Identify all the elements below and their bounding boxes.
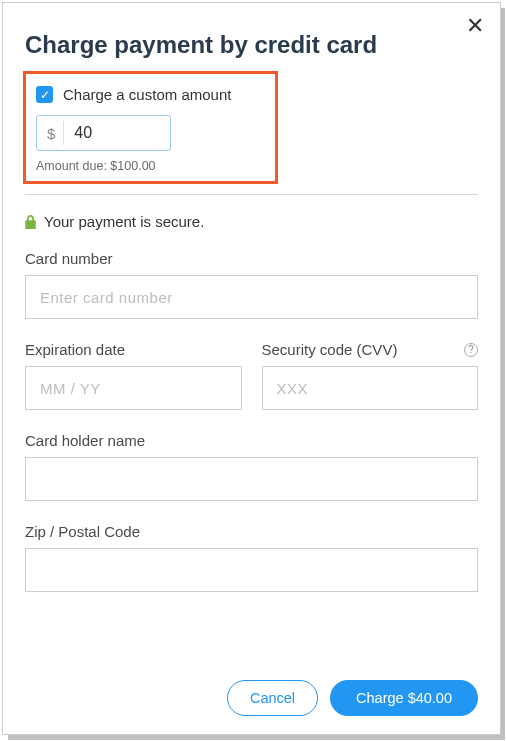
cvv-input[interactable] <box>262 366 479 410</box>
amount-input[interactable] <box>64 124 144 142</box>
secure-text: Your payment is secure. <box>44 213 204 230</box>
zip-input[interactable] <box>25 548 478 592</box>
payment-modal: ✕ Charge payment by credit card ✓ Charge… <box>2 2 501 735</box>
lock-icon <box>25 215 36 229</box>
card-holder-label: Card holder name <box>25 432 478 449</box>
charge-button[interactable]: Charge $40.00 <box>330 680 478 716</box>
card-holder-input[interactable] <box>25 457 478 501</box>
currency-symbol: $ <box>39 121 64 145</box>
cvv-label: Security code (CVV) <box>262 341 398 358</box>
amount-input-container: $ <box>36 115 171 151</box>
expiration-input[interactable] <box>25 366 242 410</box>
divider <box>25 194 478 195</box>
modal-title: Charge payment by credit card <box>3 3 500 71</box>
check-icon: ✓ <box>40 88 50 102</box>
help-icon[interactable]: ? <box>464 343 478 357</box>
custom-amount-section: ✓ Charge a custom amount $ Amount due: $… <box>23 71 278 184</box>
custom-amount-checkbox[interactable]: ✓ <box>36 86 53 103</box>
cancel-button[interactable]: Cancel <box>227 680 318 716</box>
amount-due-text: Amount due: $100.00 <box>36 159 265 173</box>
card-number-label: Card number <box>25 250 478 267</box>
card-number-input[interactable] <box>25 275 478 319</box>
modal-footer: Cancel Charge $40.00 <box>227 680 478 716</box>
custom-amount-label: Charge a custom amount <box>63 86 231 103</box>
close-icon[interactable]: ✕ <box>466 15 484 37</box>
expiration-label: Expiration date <box>25 341 242 358</box>
zip-label: Zip / Postal Code <box>25 523 478 540</box>
